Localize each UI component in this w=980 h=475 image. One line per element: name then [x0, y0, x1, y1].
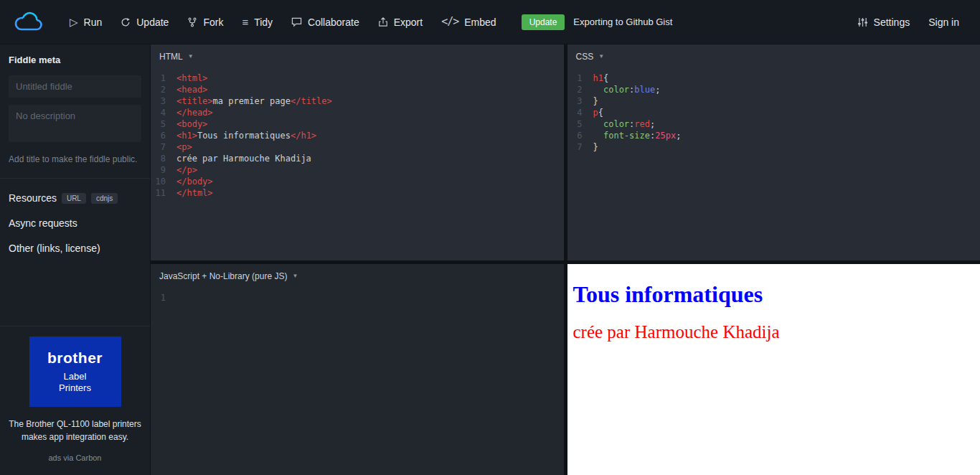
css-panel-caret-icon[interactable]: ▼: [598, 53, 604, 60]
result-heading: Tous informatiques: [573, 281, 975, 308]
code-text: </head>: [176, 107, 213, 118]
code-text: p{: [593, 107, 603, 118]
code-line: 11</html>: [151, 187, 564, 199]
js-panel-title: JavaScript + No-Library (pure JS): [159, 271, 287, 281]
brother-ad-line1: Label: [64, 371, 87, 382]
html-panel-title: HTML: [159, 52, 183, 62]
jsfiddle-logo[interactable]: [11, 11, 44, 34]
code-text: h1{: [593, 72, 609, 84]
line-number: 7: [567, 141, 593, 153]
code-line: 9</p>: [151, 164, 564, 176]
resources-url-tab[interactable]: URL: [62, 193, 86, 204]
sidebar-divider: [0, 178, 150, 179]
code-text: <title>ma premier page</title>: [176, 95, 332, 107]
export-button[interactable]: Export: [369, 0, 432, 44]
js-panel-header: JavaScript + No-Library (pure JS) ▼: [151, 264, 564, 288]
css-panel-header: CSS ▼: [567, 44, 980, 68]
line-number: 6: [151, 130, 176, 141]
export-status-text: Exporting to Github Gist: [573, 17, 672, 27]
css-panel-title: CSS: [576, 52, 594, 62]
settings-button[interactable]: Settings: [848, 0, 920, 44]
export-icon: [378, 17, 388, 27]
code-line: 2 color:blue;: [567, 84, 980, 95]
update-button[interactable]: Update: [111, 0, 178, 44]
code-text: <html>: [176, 72, 207, 84]
collaborate-icon: [291, 17, 302, 27]
line-number: 2: [567, 84, 593, 95]
run-icon: ▷: [70, 17, 78, 27]
ad-description-text[interactable]: The Brother QL-1100 label printers makes…: [9, 418, 141, 443]
signin-label: Sign in: [928, 17, 959, 28]
code-line: 1<html>: [151, 72, 564, 84]
run-button[interactable]: ▷ Run: [60, 0, 111, 44]
html-panel: HTML ▼ 1<html>2<head>3<title>ma premier …: [151, 44, 564, 260]
line-number: 3: [567, 95, 593, 107]
code-text: crée par Harmouche Khadija: [176, 153, 311, 164]
embed-button[interactable]: </> Embed: [432, 0, 505, 44]
async-requests-label: Async requests: [9, 217, 77, 229]
signin-button[interactable]: Sign in: [919, 0, 969, 44]
fiddle-title-input[interactable]: [9, 75, 141, 98]
line-number: 1: [151, 72, 176, 84]
ads-via-carbon-link[interactable]: ads via Carbon: [9, 453, 141, 462]
export-label: Export: [394, 17, 423, 28]
js-panel-caret-icon[interactable]: ▼: [292, 273, 298, 279]
settings-label: Settings: [874, 17, 910, 28]
line-number: 8: [151, 153, 176, 164]
css-panel: CSS ▼ 1h1{2 color:blue;3}4p{5 color:red;…: [567, 44, 980, 260]
top-header: ▷ Run Update Fork ≡ Tidy Collab: [0, 0, 980, 44]
tidy-label: Tidy: [254, 17, 273, 28]
html-panel-caret-icon[interactable]: ▼: [188, 53, 194, 60]
code-text: color:red;: [593, 118, 656, 130]
update-label: Update: [136, 17, 169, 28]
fork-button[interactable]: Fork: [178, 0, 232, 44]
brother-brand-text: brother: [47, 349, 103, 367]
code-text: color:blue;: [593, 84, 661, 95]
fork-label: Fork: [203, 17, 223, 28]
code-text: <h1>Tous informatiques</h1>: [176, 130, 316, 141]
css-code-editor[interactable]: 1h1{2 color:blue;3}4p{5 color:red;6 font…: [567, 68, 980, 260]
sidebar-item-resources[interactable]: Resources URL cdnjs: [9, 192, 141, 204]
result-paragraph: crée par Harmouche Khadija: [573, 322, 975, 342]
code-line: 3}: [567, 95, 980, 107]
code-line: 1h1{: [567, 72, 980, 84]
resources-label: Resources: [9, 192, 57, 204]
fork-icon: [187, 17, 197, 27]
code-line: 7}: [567, 141, 980, 153]
run-label: Run: [84, 17, 103, 28]
line-number: 9: [151, 164, 176, 176]
code-text: </html>: [176, 187, 213, 199]
collaborate-label: Collaborate: [308, 17, 359, 28]
brother-ad-logo[interactable]: brother Label Printers: [29, 337, 121, 407]
collaborate-button[interactable]: Collaborate: [282, 0, 369, 44]
line-number: 4: [151, 107, 176, 118]
code-line: 1: [151, 292, 564, 304]
sidebar-item-other[interactable]: Other (links, license): [9, 243, 141, 254]
line-number: 4: [567, 107, 593, 118]
update-status-badge[interactable]: Update: [522, 14, 565, 30]
fiddle-meta-title: Fiddle meta: [9, 55, 141, 65]
sidebar-item-async-requests[interactable]: Async requests: [9, 217, 141, 229]
line-number: 5: [567, 118, 593, 130]
code-line: 4</head>: [151, 107, 564, 118]
settings-sliders-icon: [857, 17, 868, 27]
main-content: Fiddle meta Add title to make the fiddle…: [0, 44, 980, 475]
tidy-button[interactable]: ≡ Tidy: [232, 0, 282, 44]
carbon-ad: brother Label Printers The Brother QL-11…: [0, 326, 150, 471]
line-number: 10: [151, 176, 176, 187]
code-text: font-size:25px;: [593, 130, 682, 141]
fiddle-description-input[interactable]: [9, 105, 141, 142]
html-panel-header: HTML ▼: [151, 44, 564, 68]
public-hint-text: Add title to make the fiddle public.: [9, 154, 141, 165]
jsfiddle-cloud-icon: [11, 11, 44, 34]
code-line: 3<title>ma premier page</title>: [151, 95, 564, 107]
embed-icon: </>: [441, 17, 458, 27]
embed-label: Embed: [464, 17, 496, 28]
js-code-editor[interactable]: 1: [151, 288, 564, 475]
other-label: Other (links, license): [9, 243, 100, 254]
sidebar: Fiddle meta Add title to make the fiddle…: [0, 44, 151, 475]
html-code-editor[interactable]: 1<html>2<head>3<title>ma premier page</t…: [151, 68, 564, 260]
code-line: 10</body>: [151, 176, 564, 187]
resources-cdnjs-tab[interactable]: cdnjs: [91, 193, 118, 204]
js-panel: JavaScript + No-Library (pure JS) ▼ 1: [151, 264, 564, 475]
